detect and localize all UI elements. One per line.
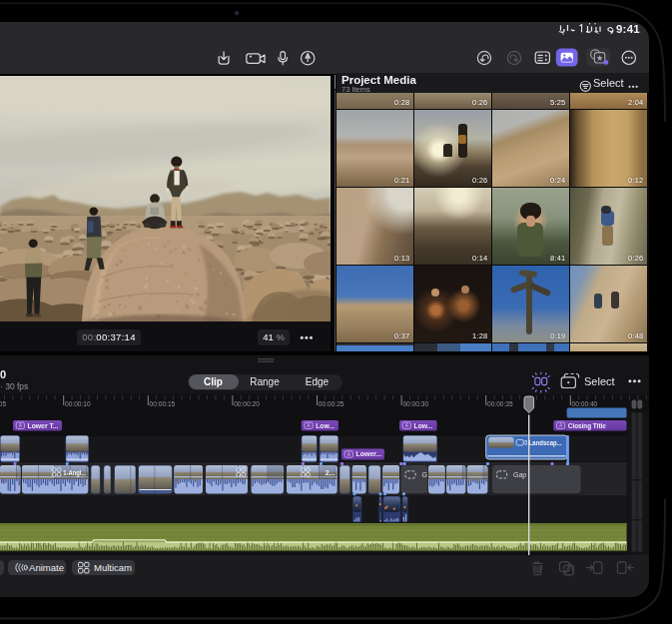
svg-text:00:00:40: 00:00:40 <box>572 400 598 407</box>
svg-text:00:00:30: 00:00:30 <box>402 400 428 407</box>
svg-text:Lower T...: Lower T... <box>28 422 59 429</box>
svg-text:00:00:35: 00:00:35 <box>487 400 513 407</box>
svg-text:Closing Title: Closing Title <box>568 421 606 430</box>
svg-text:Low...: Low... <box>414 422 433 429</box>
svg-text:00:00:05: 00:00:05 <box>0 400 6 407</box>
svg-text:2...: 2... <box>326 469 336 476</box>
svg-text:00:00:15: 00:00:15 <box>150 400 176 407</box>
svg-text:Landscap...: Landscap... <box>529 439 562 447</box>
svg-text:00:00:25: 00:00:25 <box>319 400 344 407</box>
svg-text:00:00:20: 00:00:20 <box>234 400 260 407</box>
svg-text:Lower...: Lower... <box>356 450 382 457</box>
svg-text:Gap: Gap <box>513 471 526 479</box>
svg-text:00:00:10: 00:00:10 <box>65 400 91 407</box>
svg-text:Low...: Low... <box>316 422 335 429</box>
svg-text:1-Angl...: 1-Angl... <box>63 469 86 477</box>
svg-text:G: G <box>422 471 427 478</box>
